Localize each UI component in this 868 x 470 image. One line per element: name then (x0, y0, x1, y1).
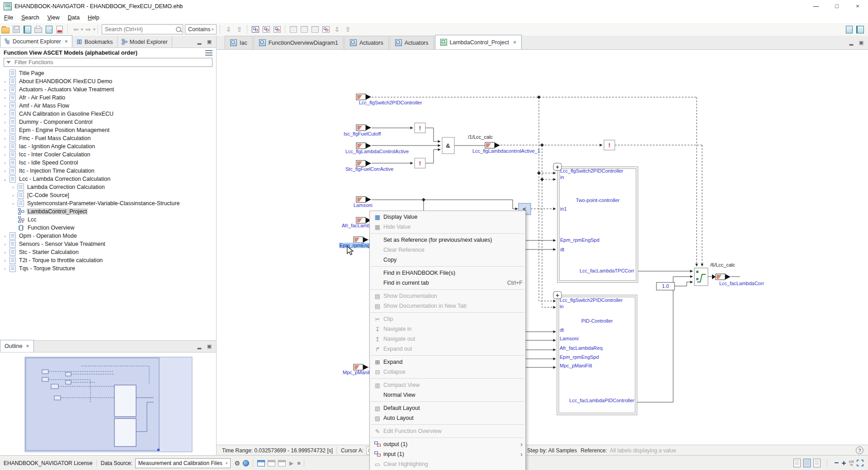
model-settings-button[interactable] (273, 25, 282, 34)
zoom-in-icon[interactable]: + (841, 460, 846, 466)
tree-item[interactable]: ›Afr - Air Fuel Ratio (0, 94, 216, 102)
export-pdf-button[interactable] (55, 25, 64, 34)
port-label[interactable]: Stc_flgFuelCorrActive (345, 166, 393, 172)
tab-actuators-2[interactable]: Actuators (390, 36, 434, 49)
tree-item[interactable]: ›Itc - Injection Time Calculation (0, 167, 216, 175)
gear-icon[interactable]: ⚙ (234, 460, 240, 467)
port-label[interactable]: Lcc_flgLambdacontrolActive_1 (472, 148, 540, 154)
minimize-button[interactable]: — (806, 0, 826, 12)
tree-item-function-overview[interactable]: Function Overview (0, 224, 216, 232)
menu-item-default-layout[interactable]: ▧Default Layout (370, 403, 525, 413)
menu-item-expand[interactable]: ⊞Expand (370, 357, 525, 367)
diagram-canvas[interactable]: ! ! ! & < (217, 50, 868, 445)
close-icon[interactable]: × (65, 38, 68, 45)
tab-functionoverviewdiagram1[interactable]: FunctionOverviewDiagram1 (254, 36, 344, 49)
menu-item-normal-view[interactable]: Normal View (370, 390, 525, 400)
display-values-icon[interactable] (257, 460, 265, 466)
tree-item[interactable]: ›About EHANDBOOK FlexECU Demo (0, 77, 216, 85)
port-label[interactable]: Lcc_facLambdaCorr (719, 281, 764, 286)
filter-input[interactable] (14, 59, 210, 66)
panel-maximize-icon[interactable]: ▣ (206, 39, 212, 45)
tree-item[interactable]: ›Amf - Air Mass Flow (0, 102, 216, 110)
play-icon[interactable]: ▶ (289, 460, 293, 466)
tree-item[interactable]: ›T2t - Torque to throttle calculation (0, 256, 216, 264)
data-source-dropdown[interactable]: Measurement and Calibration Files▾ (135, 458, 231, 468)
save-button[interactable] (12, 25, 21, 34)
panel-minimize-icon[interactable]: ▂ (848, 40, 854, 46)
clip-tool-button[interactable] (321, 25, 330, 34)
data-lens-icon[interactable] (243, 460, 249, 466)
menu-item-auto-layout[interactable]: ▨Auto Layout (370, 413, 525, 423)
menu-search[interactable]: Search (17, 13, 43, 22)
stop-icon[interactable]: ■ (297, 460, 300, 466)
tab-document-explorer[interactable]: Document Explorer × (0, 35, 72, 47)
export-book-button[interactable] (44, 25, 53, 34)
switch-block[interactable] (694, 268, 708, 286)
port-label[interactable]: Lcc_flgSwitch2PIDController (359, 100, 422, 105)
tab-lambdacontrol-project[interactable]: LambdaControl_Project× (435, 35, 522, 49)
tree-item[interactable]: ›[C-Code Source] (0, 191, 216, 199)
continuous-page-view-icon[interactable] (803, 459, 811, 467)
back-dropdown-caret[interactable]: ▾ (81, 27, 83, 32)
and-operator[interactable]: & (442, 137, 454, 154)
port-label[interactable]: Lcc_flgLambdaControlActive (345, 149, 409, 154)
tab-iac[interactable]: Iac (225, 36, 253, 49)
tree-item[interactable]: ›Icc - Inter Cooler Calculation (0, 150, 216, 159)
tree-item[interactable]: ›Stc - Starter Calculation (0, 248, 216, 256)
add-model-button[interactable] (251, 25, 260, 34)
table-close-button[interactable] (311, 25, 320, 34)
zoom-out-icon[interactable]: − (834, 460, 839, 466)
tab-bookmarks[interactable]: Bookmarks (72, 36, 118, 47)
previous-result-button[interactable]: ⇧ (235, 25, 244, 34)
menu-item-output[interactable]: output (1)› (370, 439, 525, 449)
next-result-button[interactable]: ⇩ (224, 25, 233, 34)
value-table-icon[interactable] (278, 460, 286, 466)
open-file-button[interactable] (1, 25, 10, 34)
table-remove-all-button[interactable] (300, 25, 309, 34)
contains-dropdown[interactable]: Contains ▾ (185, 24, 217, 34)
close-icon[interactable]: × (513, 39, 516, 46)
search-input[interactable] (104, 26, 176, 33)
window-tool-button[interactable] (844, 25, 854, 34)
panel-minimize-icon[interactable]: ▂ (196, 39, 203, 45)
view-menu-icon[interactable] (205, 50, 212, 56)
tree-item[interactable]: ›Opm - Operation Mode (0, 232, 216, 240)
tree-item[interactable]: ›Systemconstant-Parameter-Variable-Class… (0, 199, 216, 207)
tree-item[interactable]: ›CAN Calibration in Gasoline FlexECU (0, 110, 216, 118)
forward-dropdown-caret[interactable]: ▾ (94, 27, 96, 32)
tree-item-title-page[interactable]: Title Page (0, 69, 216, 77)
constant-value[interactable]: 1.0 (656, 283, 675, 289)
menu-item-set-as-reference[interactable]: Set as Reference (for previous/next valu… (370, 235, 525, 245)
menu-item-copy[interactable]: Copy (370, 255, 525, 265)
menu-view[interactable]: View (43, 13, 64, 22)
tree-item[interactable]: ›Epm - Engine Position Management (0, 126, 216, 134)
menu-item-find-in-current-tab[interactable]: Find in current tabCtrl+F (370, 278, 525, 288)
print-button[interactable] (33, 25, 42, 34)
panel-maximize-icon[interactable]: ▣ (858, 40, 864, 46)
ehandbook-button[interactable] (23, 25, 32, 34)
tree-item[interactable]: ›Sensors - Sensor Value Treatment (0, 240, 216, 248)
menu-help[interactable]: Help (84, 13, 104, 22)
menu-item-display-value[interactable]: ▦Display Value (370, 212, 525, 222)
chevron-down-icon[interactable]: ⌄ (3, 176, 7, 182)
navigate-model-button[interactable] (262, 25, 271, 34)
tree-item-lambdacontrol-project[interactable]: LambdaControl_Project (0, 207, 216, 216)
maximize-button[interactable]: □ (826, 0, 847, 12)
hide-values-icon[interactable] (268, 460, 275, 466)
port-label[interactable]: Isc_flgFuelCutoff (344, 131, 381, 136)
tab-model-explorer[interactable]: Model Explorer (118, 36, 172, 47)
two-point-controller-block[interactable] (557, 167, 638, 282)
tree-item[interactable]: ›Tqs - Torque Structure (0, 264, 216, 273)
tree-item[interactable]: ›Isc - Idle Speed Control (0, 159, 216, 167)
close-icon[interactable]: × (26, 343, 29, 349)
menu-item-input[interactable]: input (1)› (370, 449, 525, 459)
tab-actuators-1[interactable]: Actuators (344, 36, 389, 49)
back-button[interactable]: ⇦ (71, 25, 80, 34)
menu-item-find-in-ehandbook[interactable]: Find in EHANDBOOK File(s) (370, 268, 525, 278)
menu-file[interactable]: File (0, 13, 17, 22)
tree-item[interactable]: ›Actuators - Actuators Value Treatment (0, 85, 216, 94)
help-icon[interactable]: ? (856, 446, 863, 454)
zoom-100-icon[interactable]: 100% (849, 460, 854, 466)
tree-item[interactable]: ›Fmc - Fuel Mass Calculation (0, 134, 216, 142)
tree-item[interactable]: ›Dummy - Component Control (0, 118, 216, 126)
